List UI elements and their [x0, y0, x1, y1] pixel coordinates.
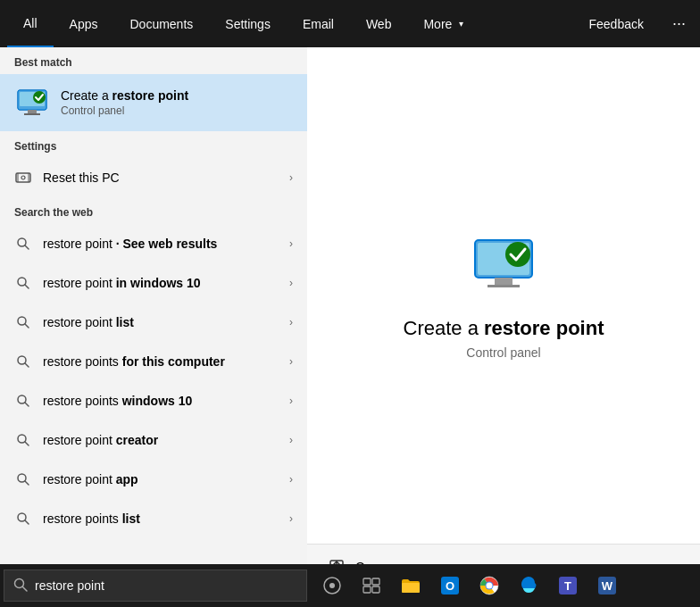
word-button[interactable]: W [589, 564, 625, 607]
svg-rect-39 [363, 586, 371, 593]
svg-rect-3 [28, 110, 37, 113]
search-icon [14, 392, 32, 410]
tab-email[interactable]: Email [287, 0, 350, 47]
search-icon [14, 353, 32, 370]
search-icon [14, 431, 32, 449]
list-item[interactable]: restore point app › [0, 460, 307, 499]
outlook-button[interactable]: O [432, 564, 468, 607]
svg-rect-38 [372, 578, 379, 585]
tab-apps-label: Apps [70, 17, 98, 31]
tab-documents-label: Documents [129, 17, 193, 31]
list-item[interactable]: restore point in windows 10 › [0, 263, 307, 303]
restore-point-icon [14, 85, 50, 121]
best-match-title-bold: restore point [112, 88, 189, 103]
tab-all-label: All [23, 16, 38, 30]
chevron-right-icon: › [289, 473, 293, 486]
best-match-title-plain: Create a [61, 88, 112, 103]
search-icon [14, 510, 32, 528]
edge-button[interactable] [511, 564, 546, 607]
tab-web[interactable]: Web [350, 0, 408, 47]
svg-rect-40 [372, 586, 379, 593]
svg-line-19 [25, 403, 29, 406]
top-nav: All Apps Documents Settings Email Web Mo… [0, 0, 700, 47]
feedback-label: Feedback [589, 17, 644, 31]
chevron-down-icon: ▾ [459, 19, 463, 29]
chevron-right-icon: › [289, 316, 293, 328]
tab-documents[interactable]: Documents [113, 0, 209, 47]
search-web-label: Search the web [0, 197, 307, 224]
web-item-text-1: restore point in windows 10 [43, 276, 282, 290]
chrome-button[interactable] [471, 564, 507, 607]
chevron-right-icon: › [289, 237, 293, 250]
svg-line-13 [25, 285, 29, 288]
list-item[interactable]: restore points list › [0, 499, 307, 538]
more-options-button[interactable]: ··· [665, 11, 693, 37]
svg-point-7 [21, 176, 25, 179]
chevron-right-icon: › [289, 355, 293, 368]
svg-line-15 [25, 324, 29, 328]
web-item-text-4: restore points windows 10 [43, 394, 282, 408]
search-icon [14, 470, 32, 488]
search-icon [14, 313, 32, 331]
chevron-right-icon: › [289, 171, 293, 184]
svg-rect-37 [363, 578, 371, 585]
svg-text:W: W [602, 579, 613, 593]
search-icon [14, 274, 32, 292]
web-item-text-6: restore point app [43, 472, 282, 486]
tab-all[interactable]: All [7, 0, 54, 47]
best-match-title: Create a restore point [61, 88, 293, 103]
task-view-button[interactable] [314, 564, 350, 607]
svg-line-17 [25, 363, 29, 367]
web-item-text-0: restore point · See web results [43, 237, 282, 251]
chevron-right-icon: › [289, 434, 293, 446]
right-detail-subtitle: Control panel [466, 345, 540, 360]
svg-line-25 [25, 520, 29, 524]
right-title-bold: restore point [484, 317, 604, 339]
svg-line-23 [25, 481, 29, 485]
taskbar-search-bar[interactable] [4, 570, 307, 602]
svg-line-34 [23, 586, 28, 591]
list-item[interactable]: restore points for this computer › [0, 342, 307, 381]
list-item[interactable]: restore point list › [0, 303, 307, 342]
svg-point-30 [505, 242, 530, 267]
best-match-item[interactable]: Create a restore point Control panel [0, 74, 307, 131]
tab-apps[interactable]: Apps [54, 0, 114, 47]
right-detail-title: Create a restore point [404, 317, 604, 340]
tab-more[interactable]: More ▾ [407, 0, 479, 47]
right-detail-top: Create a restore point Control panel [307, 47, 700, 544]
chevron-right-icon: › [289, 277, 293, 289]
tab-web-label: Web [366, 17, 392, 31]
main-container: Best match Create a restore point [0, 47, 700, 589]
tab-settings-label: Settings [225, 17, 271, 31]
reset-pc-text: Reset this PC [43, 170, 282, 185]
svg-rect-41 [402, 583, 420, 593]
web-item-text-3: restore points for this computer [43, 354, 282, 369]
teams-button[interactable]: T [550, 564, 586, 607]
web-item-text-2: restore point list [43, 315, 282, 329]
svg-rect-28 [495, 278, 512, 285]
reset-pc-icon [14, 169, 32, 187]
list-item[interactable]: restore point · See web results › [0, 224, 307, 263]
tab-settings[interactable]: Settings [209, 0, 287, 47]
more-dots-icon: ··· [672, 14, 686, 32]
best-match-subtitle: Control panel [61, 104, 293, 117]
best-match-label: Best match [0, 47, 307, 74]
list-item[interactable]: restore points windows 10 › [0, 381, 307, 420]
web-item-text-5: restore point creator [43, 433, 282, 447]
svg-point-46 [487, 583, 493, 589]
file-explorer-button[interactable] [393, 564, 429, 607]
tab-more-label: More [423, 17, 452, 31]
settings-section-label: Settings [0, 131, 307, 158]
taskbar-search-input[interactable] [35, 578, 297, 593]
feedback-button[interactable]: Feedback [582, 13, 651, 35]
settings-reset-pc-item[interactable]: Reset this PC › [0, 158, 307, 197]
svg-line-11 [25, 245, 29, 249]
list-item[interactable]: restore point creator › [0, 420, 307, 460]
best-match-text: Create a restore point Control panel [61, 88, 293, 117]
left-panel: Best match Create a restore point [0, 47, 307, 589]
right-panel: Create a restore point Control panel Ope… [307, 47, 700, 589]
svg-text:O: O [446, 579, 454, 593]
chevron-right-icon: › [289, 512, 293, 525]
task-switcher-button[interactable] [354, 564, 389, 607]
nav-right: Feedback ··· [582, 11, 694, 37]
